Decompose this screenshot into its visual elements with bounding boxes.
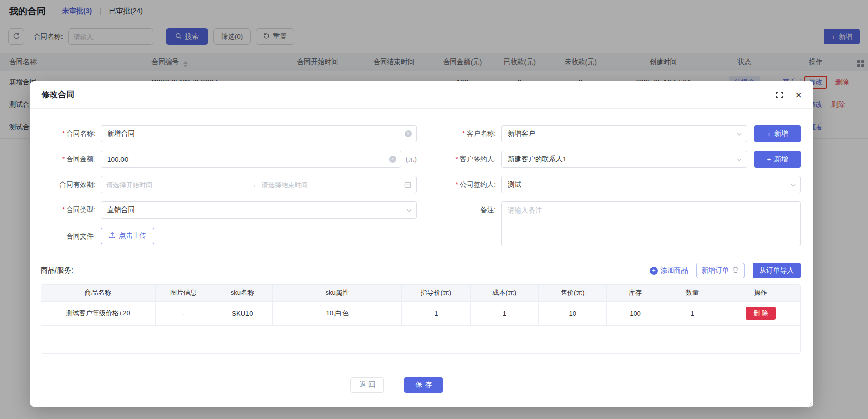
products-section: 商品/服务: + 添加商品 新增订单 从订单导入 bbox=[41, 263, 801, 278]
start-date-input[interactable] bbox=[106, 181, 245, 189]
add-product-link[interactable]: + 添加商品 bbox=[650, 266, 688, 275]
company-signer-select[interactable] bbox=[501, 176, 801, 193]
modal-header: 修改合同 × bbox=[30, 81, 813, 109]
contract-name-input[interactable] bbox=[101, 125, 417, 142]
customer-signer-select[interactable] bbox=[501, 151, 747, 168]
contract-type-select[interactable] bbox=[101, 201, 417, 219]
column-header: 图片信息 bbox=[155, 285, 212, 301]
validity-label: 合同有效期: bbox=[41, 176, 101, 193]
upload-button[interactable]: 点击上传 bbox=[101, 228, 154, 244]
trash-icon bbox=[732, 266, 739, 275]
products-table: 商品名称 图片信息 sku名称 sku属性 指导价(元) 成本(元) 售价(元)… bbox=[41, 284, 801, 354]
end-date-input[interactable] bbox=[262, 181, 400, 189]
calendar-icon bbox=[404, 181, 411, 188]
back-button[interactable]: 返回 bbox=[350, 377, 384, 393]
import-from-order-button[interactable]: 从订单导入 bbox=[753, 263, 801, 278]
date-range-picker[interactable]: → bbox=[101, 176, 417, 193]
column-header: sku属性 bbox=[273, 285, 402, 301]
fullscreen-icon[interactable] bbox=[776, 91, 783, 99]
add-customer-button[interactable]: + 新增 bbox=[754, 125, 801, 142]
contract-file-label: 合同文件: bbox=[41, 228, 101, 245]
close-icon[interactable]: × bbox=[795, 89, 802, 101]
contract-name-label: *合同名称: bbox=[41, 125, 101, 142]
column-header: 售价(元) bbox=[539, 285, 607, 301]
product-row: 测试客户等级价格+20 - SKU10 10,白色 1 1 10 100 1 删… bbox=[41, 301, 800, 325]
edit-contract-modal: 修改合同 × *合同名称: × bbox=[30, 81, 813, 407]
plus-icon: + bbox=[767, 130, 771, 138]
upload-icon bbox=[109, 232, 116, 241]
customer-name-label: *客户名称: bbox=[430, 125, 501, 142]
column-header: sku名称 bbox=[212, 285, 273, 301]
arrow-right-icon: → bbox=[250, 181, 257, 189]
modal-body: *合同名称: × *合同金额: × (元) bbox=[30, 109, 813, 393]
plus-icon: + bbox=[767, 156, 771, 163]
plus-circle-icon: + bbox=[650, 267, 658, 275]
contract-amount-label: *合同金额: bbox=[41, 151, 101, 168]
contract-type-label: *合同类型: bbox=[41, 201, 101, 219]
column-header: 成本(元) bbox=[470, 285, 538, 301]
modal-title: 修改合同 bbox=[42, 89, 74, 100]
clear-icon[interactable]: × bbox=[389, 156, 396, 163]
modal-resize-handle[interactable] bbox=[805, 399, 812, 405]
column-header: 指导价(元) bbox=[402, 285, 470, 301]
column-header: 商品名称 bbox=[41, 285, 155, 301]
products-section-label: 商品/服务: bbox=[41, 266, 73, 275]
column-header: 库存 bbox=[607, 285, 664, 301]
column-header: 数量 bbox=[664, 285, 721, 301]
remark-label: 备注: bbox=[430, 201, 501, 219]
add-contact-button[interactable]: + 新增 bbox=[754, 151, 801, 168]
save-button[interactable]: 保存 bbox=[404, 377, 443, 393]
product-delete-button[interactable]: 删除 bbox=[746, 307, 776, 320]
modal-footer: 返回 保存 bbox=[16, 377, 777, 393]
amount-unit-suffix: (元) bbox=[406, 151, 417, 168]
products-header-row: 商品名称 图片信息 sku名称 sku属性 指导价(元) 成本(元) 售价(元)… bbox=[41, 285, 800, 301]
remark-textarea[interactable] bbox=[501, 201, 801, 246]
new-order-button[interactable]: 新增订单 bbox=[696, 263, 745, 278]
column-header: 操作 bbox=[721, 285, 800, 301]
contract-amount-input[interactable] bbox=[101, 151, 401, 168]
clear-icon[interactable]: × bbox=[405, 130, 412, 137]
company-signer-label: *公司签约人: bbox=[430, 176, 501, 193]
customer-signer-label: *客户签约人: bbox=[430, 151, 501, 168]
customer-name-select[interactable] bbox=[501, 125, 747, 142]
